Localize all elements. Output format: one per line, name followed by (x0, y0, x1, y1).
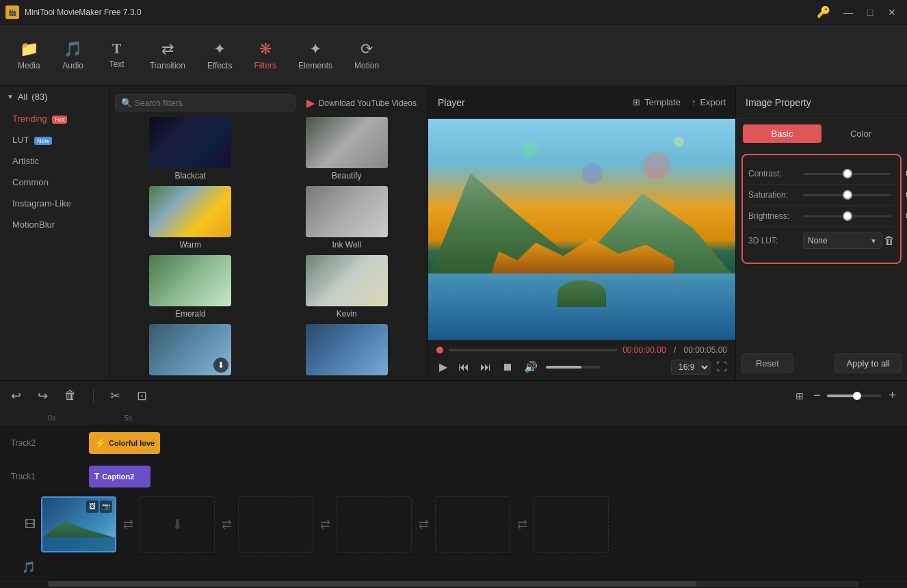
lut-delete-button[interactable]: 🗑 (884, 235, 895, 247)
tool-text[interactable]: T Text (96, 37, 137, 73)
tab-basic[interactable]: Basic (743, 124, 821, 143)
progress-track[interactable] (449, 349, 617, 351)
progress-handle[interactable] (436, 347, 443, 353)
track2-content: ⚡ Colorful love (41, 427, 907, 459)
main-video-track: 🎞 🖼 📷 ⇄ ⬇ ⇄ (0, 494, 907, 555)
image-property-panel: Image Property Basic Color Contrast: 0.0… (736, 86, 907, 380)
saturation-label: Saturation: (748, 190, 803, 200)
effects-icon: ✦ (213, 40, 226, 58)
crop-button[interactable]: ⊡ (134, 386, 150, 406)
next-button[interactable]: ⏭ (477, 360, 494, 375)
minimize-button[interactable]: — (839, 5, 858, 19)
zoom-slider[interactable] (827, 395, 882, 397)
filter-item-kevin[interactable]: Kevin (272, 255, 423, 319)
track1-label: Track1 (0, 472, 41, 481)
export-button[interactable]: ↑ Export (692, 97, 726, 107)
time-separator: / (672, 345, 679, 355)
zoom-plus-button[interactable]: + (886, 386, 899, 405)
video-preview-area (428, 119, 735, 340)
search-input[interactable] (135, 98, 289, 108)
sidebar-item-instagram[interactable]: Instagram-Like (3, 193, 106, 213)
fullscreen-button[interactable]: ⛶ (716, 361, 727, 373)
time-current: 00:00:00.00 (622, 345, 666, 355)
sidebar-item-trending[interactable]: Trending Hot (3, 109, 106, 129)
filter-label-kevin: Kevin (337, 309, 357, 319)
elements-icon: ✦ (309, 40, 321, 58)
delete-button[interactable]: 🗑 (62, 386, 79, 405)
youtube-icon: ▶ (306, 96, 315, 109)
sidebar-item-lut[interactable]: LUT New (3, 130, 106, 150)
motion-icon: ⟳ (360, 40, 373, 58)
volume-button[interactable]: 🔊 (521, 359, 540, 375)
brightness-slider[interactable] (803, 215, 891, 217)
tab-color[interactable]: Color (821, 124, 900, 143)
reset-button[interactable]: Reset (741, 353, 793, 373)
filter-item-beautify[interactable]: Beautify (272, 117, 423, 181)
filter-label-blackcat: Blackcat (175, 171, 206, 181)
timeline-scrollbar[interactable] (0, 580, 907, 588)
controls-row: ▶ ⏮ ⏭ ⏹ 🔊 16:9 9:16 4:3 1:1 ⛶ (436, 359, 727, 375)
stop-button[interactable]: ⏹ (499, 360, 516, 375)
tool-audio[interactable]: 🎵 Audio (53, 36, 94, 75)
bottom-toolbar: ↩ ↪ 🗑 ✂ ⊡ ⊞ − + (0, 380, 907, 410)
window-controls: — □ ✕ (839, 5, 902, 19)
zoom-thumb (853, 392, 861, 400)
tool-motion[interactable]: ⟳ Motion (345, 36, 389, 75)
tool-elements[interactable]: ✦ Elements (289, 36, 342, 75)
filter-item-emerald[interactable]: Emerald (115, 255, 266, 319)
lut-label: 3D LUT: (748, 236, 803, 245)
filter-item-extra2[interactable] (272, 324, 423, 378)
clip-caption2[interactable]: T Caption2 (89, 466, 150, 487)
empty-slot-1[interactable]: ⬇ (140, 496, 215, 552)
clip-colorful-love[interactable]: ⚡ Colorful love (89, 432, 160, 454)
image-property-header: Image Property (736, 86, 907, 119)
undo-button[interactable]: ↩ (8, 386, 24, 406)
progress-bar[interactable]: 00:00:00.00 / 00:00:05.00 (436, 345, 727, 355)
transition-slot-2[interactable]: ⇄ (215, 496, 238, 552)
tool-filters[interactable]: ❋ Filters (244, 36, 286, 75)
template-button[interactable]: ⊞ Template (633, 97, 681, 107)
empty-slot-4 (435, 496, 510, 552)
cut-button[interactable]: ✂ (107, 386, 123, 406)
lut-select[interactable]: None (803, 232, 882, 249)
transition-slot-4[interactable]: ⇄ (412, 496, 435, 552)
redo-button[interactable]: ↪ (35, 386, 51, 406)
transition-slot-5[interactable]: ⇄ (510, 496, 534, 552)
brightness-label: Brightness: (748, 211, 803, 221)
key-icon[interactable]: 🔑 (817, 5, 830, 18)
maximize-button[interactable]: □ (860, 5, 880, 19)
audio-track-icon: 🎵 (0, 561, 41, 574)
filter-item-blackcat[interactable]: Blackcat (115, 117, 266, 181)
volume-slider[interactable] (546, 366, 601, 369)
filters-icon: ❋ (259, 40, 272, 58)
tool-media[interactable]: 📁 Media (8, 36, 50, 75)
empty-slot-5 (534, 496, 609, 552)
filters-sidebar: ▼ All (83) Trending Hot LUT New Artistic… (0, 86, 109, 380)
filter-thumb-kevin (306, 255, 388, 306)
expand-icon[interactable]: ▼ (7, 93, 14, 101)
scrollbar-thumb[interactable] (48, 581, 697, 587)
filter-item-inkwell[interactable]: Ink Well (272, 186, 423, 250)
app-icon: 🎬 (5, 5, 19, 19)
contrast-slider[interactable] (803, 173, 891, 175)
close-button[interactable]: ✕ (882, 5, 902, 19)
filter-item-extra1[interactable]: ⬇ (115, 324, 266, 378)
sidebar-item-motionblur[interactable]: MotionBlur (3, 215, 106, 235)
yt-download-button[interactable]: ▶ Download YouTube Videos (306, 96, 417, 109)
sidebar-item-common[interactable]: Common (3, 172, 106, 192)
tool-transition[interactable]: ⇄ Transition (140, 36, 195, 75)
transition-slot-3[interactable]: ⇄ (313, 496, 337, 552)
player-title: Player (438, 97, 465, 108)
video-clip-main[interactable]: 🖼 📷 (41, 496, 116, 552)
play-button[interactable]: ▶ (436, 359, 450, 375)
saturation-slider[interactable] (803, 194, 891, 196)
contrast-row: Contrast: 0.0 (748, 163, 895, 185)
zoom-minus-button[interactable]: − (811, 386, 824, 405)
prev-button[interactable]: ⏮ (456, 360, 472, 375)
apply-to-all-button[interactable]: Apply to all (834, 353, 902, 373)
transition-slot-1[interactable]: ⇄ (116, 496, 140, 552)
filter-item-warm[interactable]: Warm (115, 186, 266, 250)
aspect-ratio-select[interactable]: 16:9 9:16 4:3 1:1 (671, 360, 711, 375)
tool-effects[interactable]: ✦ Effects (198, 36, 241, 75)
sidebar-item-artistic[interactable]: Artistic (3, 151, 106, 171)
